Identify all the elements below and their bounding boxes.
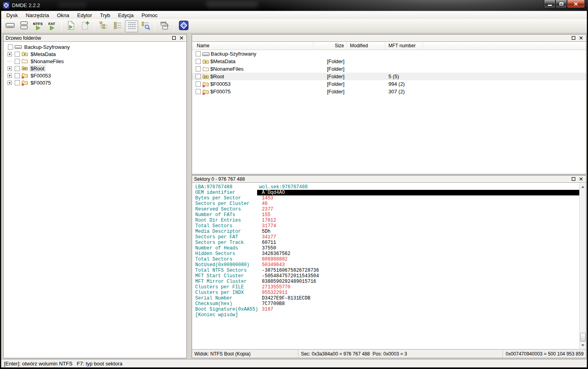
panel-maximize-icon[interactable] [171, 36, 176, 41]
checkbox[interactable] [196, 51, 201, 56]
open-disk-button[interactable] [4, 20, 17, 32]
select-device-button[interactable] [17, 20, 31, 32]
field-value: 7C7709B8 [257, 301, 285, 307]
folder-tree-panel: Drzewo folderów Backup-Szyfrowany$MetaDa… [3, 34, 187, 358]
vertical-scrollbar[interactable] [579, 183, 586, 349]
tree-item-root[interactable]: $Root [4, 65, 186, 72]
tree-item-metadata[interactable]: $MetaData [4, 50, 186, 58]
ntfs-volume-button[interactable]: NTFS [31, 20, 44, 32]
expand-plus-icon[interactable] [8, 73, 12, 78]
tree-view-button[interactable] [97, 20, 110, 32]
toolbar-separator [61, 21, 61, 31]
column-header-size[interactable]: Size [313, 42, 347, 50]
field-label: Clusters per INDX [195, 290, 257, 296]
file-row-backup-szyfrowany[interactable]: Backup-Szyfrowany [192, 50, 586, 58]
file-name-label: $F00053 [210, 81, 231, 87]
expand-plus-icon[interactable] [8, 81, 12, 85]
menu-narz-dzia[interactable]: Narzędzia [22, 12, 53, 19]
menu-pomoc[interactable]: Pomoc [138, 12, 161, 19]
scroll-up-icon[interactable] [580, 184, 586, 190]
checkbox[interactable] [8, 44, 13, 50]
menu-edytor[interactable]: Edytor [73, 12, 96, 19]
folder-dot-icon [21, 51, 28, 57]
app-logo-icon [3, 2, 10, 10]
tree-item-label: $MetaData [29, 51, 57, 58]
checkbox[interactable] [196, 81, 201, 87]
file-row-metadata[interactable]: $MetaData[Folder] [192, 58, 586, 65]
table-view-button[interactable] [125, 20, 138, 32]
menu-edycja[interactable]: Edycja [114, 12, 138, 19]
panel-close-icon[interactable] [578, 36, 583, 41]
column-header-mft-number[interactable]: MFT number [385, 42, 423, 50]
toolbar-separator [94, 21, 94, 31]
drive-icon [5, 20, 15, 32]
checkbox[interactable] [15, 80, 20, 85]
expand-plus-icon[interactable] [8, 52, 12, 56]
tree-connector [8, 61, 12, 62]
checkbox[interactable] [196, 74, 201, 79]
boot-sector-view[interactable]: LBA:976767488wol.sek:976767488OEM identi… [192, 183, 579, 349]
checkbox[interactable] [196, 59, 201, 64]
tree-item-backup-szyfrowany[interactable]: Backup-Szyfrowany [4, 43, 186, 50]
panel-maximize-icon[interactable] [571, 177, 576, 182]
checkbox[interactable] [196, 66, 201, 71]
menu-okna[interactable]: Okna [53, 12, 73, 19]
list-view-icon [113, 20, 123, 32]
panel-close-icon[interactable] [179, 36, 184, 41]
window-panels-button[interactable] [158, 20, 171, 32]
menu-tryb[interactable]: Tryb [96, 12, 114, 19]
tree-item-label: Backup-Szyfrowany [23, 44, 71, 50]
tree-item-nonamefiles[interactable]: $NonameFiles [4, 58, 186, 65]
panel-maximize-icon[interactable] [571, 36, 576, 41]
scroll-down-icon[interactable] [580, 342, 586, 348]
dmde-logo-button[interactable] [177, 20, 190, 32]
checkbox[interactable] [196, 89, 201, 94]
sector-field-media-descriptor: Media Descriptor5Dh [195, 229, 579, 234]
field-label: Number of Heads [195, 245, 257, 251]
drives-icon [19, 20, 29, 32]
close-button[interactable] [567, 0, 585, 8]
column-header-name[interactable]: Name [192, 42, 313, 50]
file-row-f00053[interactable]: $F00053[Folder]994 (2) [192, 80, 586, 88]
column-header-modified[interactable]: Modified [347, 42, 385, 50]
sector-panel-title: Sektory 0 - 976 767 488 [194, 176, 245, 182]
menu-dysk[interactable]: Dysk [2, 12, 22, 19]
scrollbar-thumb[interactable] [580, 333, 586, 342]
field-value-wrap: 1453 [257, 195, 579, 201]
sector-end-marker: [Koniec wpisów] [195, 312, 579, 318]
minimize-button[interactable] [544, 0, 555, 8]
open-volume-button[interactable] [64, 20, 77, 32]
file-row-nonamefiles[interactable]: $NonameFiles[Folder] [192, 65, 586, 73]
field-value: 60711 [257, 240, 276, 245]
sector-field-sectors-per-cluster: Sectors per Cluster46 [195, 201, 579, 207]
folder-x-icon [202, 81, 209, 87]
doc-new-icon [80, 20, 90, 32]
sector-field-sectors-per-fat: Sectors per FAT34177 [195, 234, 579, 240]
sector-panel-titlebar: Sektory 0 - 976 767 488 [192, 176, 586, 183]
checkbox[interactable] [15, 59, 20, 64]
checkbox[interactable] [15, 73, 20, 78]
doc-play-icon [66, 20, 76, 32]
checkbox[interactable] [15, 66, 20, 71]
field-value: 5Dh [257, 229, 271, 234]
file-row-f00075[interactable]: $F00075[Folder]307 (2) [192, 88, 586, 95]
lba-value: LBA:976767488 [195, 184, 257, 190]
maximize-button[interactable] [555, 0, 567, 8]
field-value-wrap: 60711 [257, 240, 579, 245]
panel-close-icon[interactable] [578, 177, 583, 182]
file-name-cell: Backup-Szyfrowany [192, 51, 313, 57]
sector-lba-line: LBA:976767488wol.sek:976767488 [195, 184, 579, 190]
field-value-wrap: 8388590292489015716 [257, 279, 579, 284]
list-view-button[interactable] [111, 20, 124, 32]
file-name-label: $MetaData [210, 58, 236, 64]
expand-plus-icon[interactable] [8, 66, 12, 71]
checkbox[interactable] [15, 52, 20, 57]
field-value: 3426367562 [257, 251, 290, 257]
file-row-root[interactable]: $Root[Folder]5 (5) [192, 73, 586, 80]
field-value-wrap: 2713555770 [257, 284, 579, 290]
new-scan-button[interactable] [78, 20, 91, 32]
tree-item-f00053[interactable]: $F00053 [4, 72, 186, 79]
search-view-button[interactable] [139, 20, 152, 32]
fat-volume-button[interactable]: FAT [45, 20, 58, 32]
tree-item-f00075[interactable]: $F00075 [4, 79, 186, 86]
